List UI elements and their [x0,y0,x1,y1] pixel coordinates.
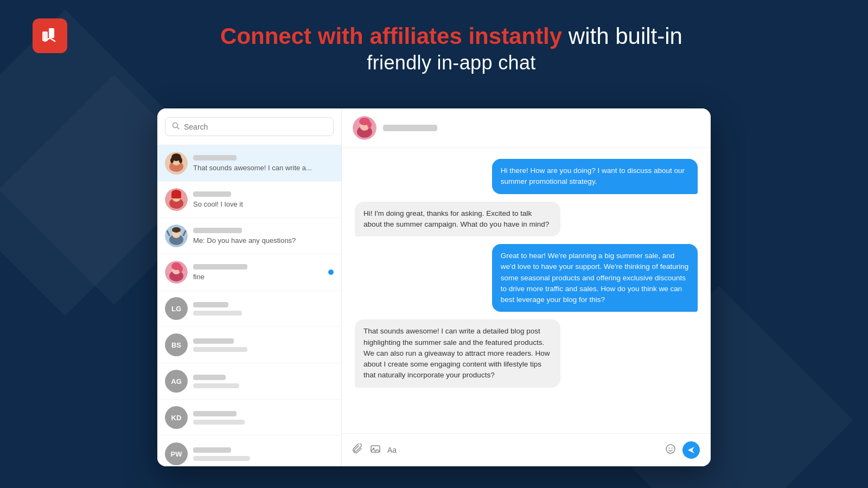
send-button[interactable] [682,441,700,459]
svg-line-3 [177,127,180,130]
contact-message: Me: Do you have any questions? [193,236,334,245]
svg-point-8 [179,158,182,163]
contact-name-placeholder [193,228,242,233]
chat-panel: Hi there! How are you doing? I want to d… [342,108,711,466]
message-bubble: Great to hear! We're planning a big summ… [492,244,698,312]
headline-line1: Connect with affiliates instantly with b… [67,22,835,52]
contact-info [193,411,334,425]
messages-area: Hi there! How are you doing? I want to d… [342,148,711,433]
chat-footer [342,433,711,466]
contact-info: So cool! I love it [193,191,334,208]
list-item[interactable]: PW [157,436,341,466]
page-header: Connect with affiliates instantly with b… [0,0,868,91]
list-item[interactable]: That sounds awesome! I can write a... [157,145,341,182]
svg-point-9 [170,158,174,163]
message-input[interactable] [387,446,659,454]
svg-point-30 [367,121,372,128]
emoji-icon[interactable] [665,444,676,457]
message-bubble: Hi there! How are you doing? I want to d… [492,159,698,194]
contact-msg-placeholder [193,383,239,388]
search-input[interactable] [184,123,327,131]
svg-point-25 [178,266,183,272]
search-input-wrap[interactable] [165,117,334,136]
contact-msg-placeholder [193,311,242,316]
svg-rect-1 [49,28,54,38]
logo-icon [40,26,60,46]
contact-info [193,302,334,316]
contact-message: That sounds awesome! I can write a... [193,164,334,172]
avatar: PW [165,442,188,465]
contact-msg-placeholder [193,347,247,352]
headline-accent: Connect with affiliates instantly [220,23,562,49]
logo [33,18,67,53]
contact-info: fine [193,264,323,281]
list-item[interactable]: AG [157,363,341,400]
search-icon [172,122,180,131]
contact-msg-placeholder [193,420,245,425]
contact-info [193,338,334,352]
svg-point-35 [672,447,673,448]
avatar [165,261,188,284]
contact-message: fine [193,273,323,281]
contact-info: Me: Do you have any questions? [193,228,334,245]
contact-name-placeholder [193,411,237,416]
contact-name-placeholder [193,338,234,344]
avatar [165,152,188,175]
avatar [165,188,188,211]
contact-name-placeholder [193,302,228,307]
chat-header [342,108,711,148]
contacts-list: That sounds awesome! I can write a... [157,145,341,466]
svg-point-33 [666,445,675,453]
headline-rest: with built-in [569,23,682,49]
unread-badge [328,269,334,275]
list-item[interactable]: So cool! I love it [157,182,341,218]
search-bar[interactable] [157,108,341,145]
contact-name-placeholder [193,155,237,160]
message-bubble: That sounds awesome! I can write a detai… [355,319,560,387]
avatar: BS [165,333,188,356]
chat-container: That sounds awesome! I can write a... [157,108,711,466]
svg-point-34 [669,447,670,448]
contact-info: That sounds awesome! I can write a... [193,155,334,172]
list-item[interactable]: BS [157,327,341,363]
avatar: KD [165,406,188,429]
footer-actions [665,441,700,459]
chat-avatar [353,116,376,140]
avatar [165,224,188,247]
contact-msg-placeholder [193,456,250,461]
list-item[interactable]: LG [157,291,341,327]
contact-name-placeholder [193,264,247,269]
contacts-panel: That sounds awesome! I can write a... [157,108,342,466]
list-item[interactable]: Me: Do you have any questions? [157,218,341,254]
contact-info [193,375,334,388]
svg-point-20 [172,227,181,233]
chat-contact-name [383,125,437,131]
list-item[interactable]: KD [157,400,341,436]
image-icon[interactable] [370,444,381,457]
contact-name-placeholder [193,191,231,197]
attach-icon[interactable] [353,444,363,457]
contact-info [193,447,334,461]
avatar: LG [165,297,188,320]
list-item[interactable]: fine [157,254,341,291]
contact-name-placeholder [193,375,226,380]
headline-block: Connect with affiliates instantly with b… [67,16,835,74]
avatar: AG [165,370,188,393]
message-bubble: Hi! I'm doing great, thanks for asking. … [355,202,560,237]
headline-line2: friendly in-app chat [67,52,835,74]
contact-message: So cool! I love it [193,200,334,208]
svg-rect-14 [171,193,181,198]
contact-name-placeholder [193,447,231,453]
